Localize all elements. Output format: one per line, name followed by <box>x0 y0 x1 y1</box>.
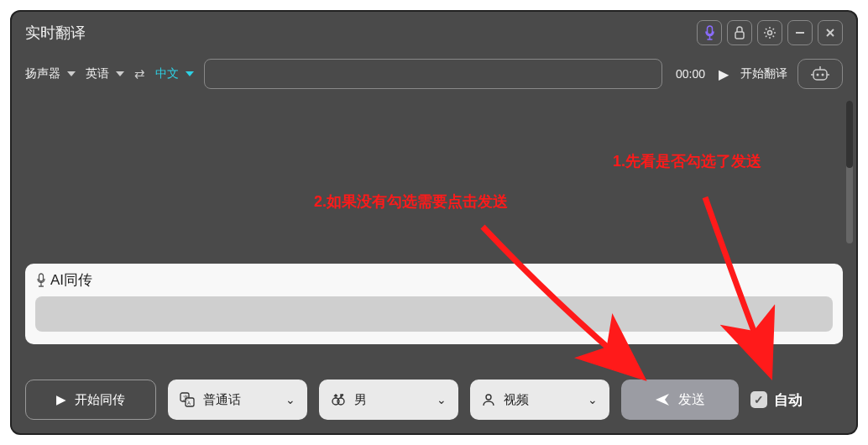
window-controls <box>697 20 843 45</box>
annotation-step1: 1.先看是否勾选了发送 <box>613 151 761 171</box>
lang-select-label: 普通话 <box>203 392 241 408</box>
lock-icon <box>734 26 745 39</box>
play-icon: ▶ <box>56 392 66 407</box>
mode-select[interactable]: 视频 ⌄ <box>470 380 609 420</box>
window-title: 实时翻译 <box>25 23 86 43</box>
robot-button[interactable] <box>797 59 843 89</box>
chevron-down-icon: ⌄ <box>437 393 447 406</box>
app-window: 实时翻译 扬声器 英语 ⇄ <box>10 10 858 435</box>
ai-sync-label: AI同传 <box>50 270 92 290</box>
chevron-down-icon <box>116 71 124 76</box>
svg-rect-0 <box>735 32 744 39</box>
svg-point-1 <box>768 31 772 35</box>
minimize-icon <box>794 27 806 39</box>
language-icon: 文A <box>180 392 195 407</box>
minimize-button[interactable] <box>787 20 813 45</box>
scrollbar[interactable] <box>846 101 853 243</box>
target-lang-select[interactable]: 中文 <box>155 66 194 81</box>
svg-point-14 <box>486 395 491 400</box>
auto-checkbox[interactable]: ✓ <box>750 391 767 408</box>
person-icon <box>482 393 495 406</box>
chevron-down-icon: ⌄ <box>588 393 598 406</box>
mic-icon <box>703 25 716 40</box>
annotation-step2: 2.如果没有勾选需要点击发送 <box>314 191 508 212</box>
send-button[interactable]: 发送 <box>621 380 739 420</box>
send-icon <box>655 393 670 406</box>
gender-icon <box>331 392 346 407</box>
chevron-down-icon <box>67 71 76 76</box>
translation-input[interactable] <box>204 59 662 89</box>
settings-button[interactable] <box>757 20 782 45</box>
svg-text:A: A <box>187 400 191 406</box>
lock-button[interactable] <box>727 20 752 45</box>
mic-button[interactable] <box>697 20 722 45</box>
send-label: 发送 <box>678 391 705 409</box>
svg-rect-5 <box>813 70 827 80</box>
ai-sync-title: AI同传 <box>35 270 833 290</box>
timer-display: 00:00 <box>676 67 705 81</box>
titlebar: 实时翻译 <box>12 12 856 54</box>
start-translate-button[interactable]: 开始翻译 <box>740 66 787 81</box>
ai-sync-panel: AI同传 <box>25 264 843 344</box>
source-device-select[interactable]: 扬声器 <box>25 66 76 81</box>
source-lang-select[interactable]: 英语 <box>86 66 124 81</box>
gender-select-label: 男 <box>354 392 367 408</box>
close-button[interactable] <box>818 20 843 45</box>
gear-icon <box>763 26 776 39</box>
gender-select[interactable]: 男 ⌄ <box>319 380 458 420</box>
source-device-label: 扬声器 <box>25 66 60 81</box>
chevron-down-icon: ⌄ <box>285 393 295 406</box>
svg-point-6 <box>817 74 819 76</box>
start-sync-button[interactable]: ▶ 开始同传 <box>25 380 156 420</box>
robot-icon <box>809 65 831 82</box>
auto-label: 自动 <box>774 390 803 410</box>
auto-toggle[interactable]: ✓ 自动 <box>750 390 803 410</box>
lang-select[interactable]: 文A 普通话 ⌄ <box>168 380 307 420</box>
start-sync-label: 开始同传 <box>75 392 125 408</box>
bottom-bar: ▶ 开始同传 文A 普通话 ⌄ 男 ⌄ 视频 ⌄ 发送 <box>25 380 843 420</box>
target-lang-label: 中文 <box>155 66 179 81</box>
toolbar: 扬声器 英语 ⇄ 中文 00:00 ▶ 开始翻译 <box>12 54 856 101</box>
mic-icon <box>35 273 47 288</box>
ai-sync-output <box>35 296 833 332</box>
close-icon <box>824 27 836 39</box>
mode-select-label: 视频 <box>504 392 529 408</box>
scrollbar-thumb[interactable] <box>846 101 853 168</box>
chevron-down-icon <box>186 71 194 76</box>
swap-button[interactable]: ⇄ <box>134 66 145 81</box>
svg-point-7 <box>822 74 824 76</box>
play-icon: ▶ <box>719 66 729 82</box>
svg-point-13 <box>337 398 344 405</box>
source-lang-label: 英语 <box>86 66 109 81</box>
svg-text:文: 文 <box>183 395 189 400</box>
